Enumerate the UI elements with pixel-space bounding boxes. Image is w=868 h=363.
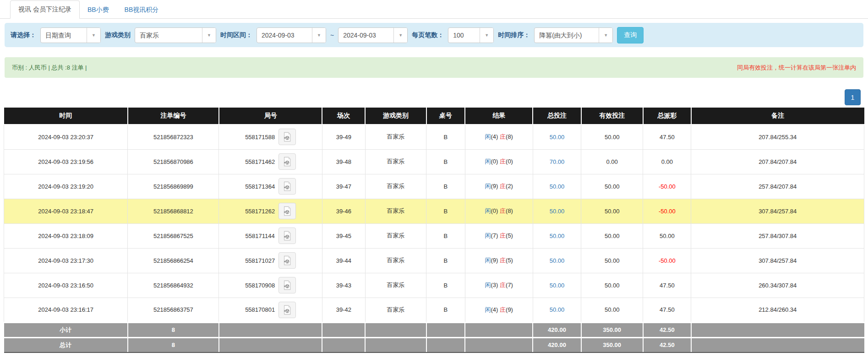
- result-cell: 闲(4) 庄(9): [465, 298, 533, 322]
- game-type-select[interactable]: 百家乐 ▼: [135, 27, 216, 43]
- total-bet-link[interactable]: 50.00: [550, 257, 565, 264]
- video-replay-button[interactable]: [278, 277, 296, 293]
- valid-bet: 50.00: [581, 223, 643, 248]
- result-player-value: (9): [491, 183, 498, 190]
- video-replay-icon: [282, 231, 292, 241]
- bet-time: 2024-09-03 23:16:17: [4, 298, 128, 322]
- summary-total-bet: 420.00: [533, 337, 581, 352]
- total-bet-cell: 50.00: [533, 248, 581, 273]
- round-number: 558171027: [245, 257, 275, 264]
- round-cell: 558171027: [219, 248, 322, 273]
- summary-count: 8: [128, 322, 219, 337]
- bet-time: 2024-09-03 23:16:50: [4, 273, 128, 298]
- total-bet-link[interactable]: 50.00: [550, 134, 565, 141]
- table-number: B: [426, 199, 465, 223]
- summary-label: 总计: [4, 337, 128, 352]
- result-banker-value: (5): [506, 257, 513, 264]
- game-type-cell: 百家乐: [365, 248, 426, 273]
- total-bet-cell: 50.00: [533, 125, 581, 149]
- tab-bb-tips[interactable]: BB小费: [80, 1, 117, 19]
- per-page-label: 每页笔数：: [412, 31, 444, 39]
- table-row: 2024-09-03 23:20:37 521856872323 5581715…: [4, 125, 864, 149]
- query-button[interactable]: 查询: [617, 27, 644, 43]
- result-player: 闲: [485, 183, 491, 190]
- filter-bar: 请选择： 日期查询 ▼ 游戏类别 百家乐 ▼ 时间区间： 2024-09-03 …: [5, 23, 863, 47]
- date-from-select[interactable]: 2024-09-03 ▼: [257, 27, 326, 43]
- page-1-button[interactable]: 1: [845, 89, 861, 105]
- round-number: 558171262: [245, 208, 275, 215]
- payout: -50.00: [643, 248, 691, 273]
- summary-payout: 42.50: [643, 337, 691, 352]
- table-number: B: [426, 125, 465, 149]
- valid-bet: 50.00: [581, 125, 643, 149]
- round-number: 558171144: [246, 233, 275, 239]
- chevron-down-icon: ▼: [599, 28, 612, 43]
- date-to-select[interactable]: 2024-09-03 ▼: [338, 27, 408, 43]
- total-bet-cell: 50.00: [533, 298, 581, 322]
- video-replay-button[interactable]: [278, 228, 296, 244]
- summary-valid-bet: 350.00: [581, 322, 643, 337]
- valid-bet: 50.00: [581, 273, 643, 298]
- result-player-value: (9): [491, 257, 498, 264]
- column-header: 结果: [465, 108, 533, 125]
- payout: 47.50: [643, 298, 691, 322]
- column-header: 总投注: [533, 108, 581, 125]
- result-banker: 庄: [500, 158, 506, 165]
- total-bet-cell: 70.00: [533, 149, 581, 174]
- payout: -50.00: [643, 174, 691, 199]
- payout: 50.00: [643, 223, 691, 248]
- result-banker: 庄: [500, 133, 506, 140]
- info-bar: 币别 : 人民币 | 总共 :8 注单 | 同局有效投注，统一计算在该局第一张注…: [5, 57, 863, 78]
- table-row: 2024-09-03 23:17:30 521856866254 5581710…: [4, 248, 864, 273]
- result-player: 闲: [485, 207, 491, 214]
- total-bet-link[interactable]: 50.00: [550, 208, 565, 215]
- time-sort-select[interactable]: 降冪(由大到小) ▼: [534, 27, 613, 43]
- summary-count: 8: [128, 337, 219, 352]
- note: 307.84/257.84: [691, 248, 864, 273]
- column-header: 有效投注: [581, 108, 643, 125]
- game-type-cell: 百家乐: [365, 199, 426, 223]
- total-bet-link[interactable]: 50.00: [550, 282, 565, 289]
- round-number: 558170801: [245, 306, 275, 313]
- result-cell: 闲(9) 庄(5): [465, 248, 533, 273]
- column-header: 游戏类别: [365, 108, 426, 125]
- bet-number: 521856868812: [128, 199, 219, 223]
- session-number: 39-46: [322, 199, 365, 223]
- video-replay-button[interactable]: [278, 129, 296, 145]
- summary-valid-bet: 350.00: [581, 337, 643, 352]
- per-page-select[interactable]: 100 ▼: [448, 27, 494, 43]
- total-bet-link[interactable]: 50.00: [550, 233, 565, 239]
- note: 212.84/260.34: [691, 298, 864, 322]
- query-type-value: 日期查询: [41, 28, 87, 43]
- total-bet-link[interactable]: 70.00: [550, 158, 565, 165]
- video-replay-button[interactable]: [278, 252, 296, 269]
- result-banker: 庄: [500, 306, 506, 313]
- game-type-cell: 百家乐: [365, 298, 426, 322]
- tab-video-bet-records[interactable]: 视讯 会员下注纪录: [10, 0, 80, 19]
- tab-bb-video-points[interactable]: BB视讯积分: [117, 1, 167, 19]
- table-number: B: [426, 248, 465, 273]
- note: 257.84/307.84: [691, 223, 864, 248]
- table-number: B: [426, 298, 465, 322]
- bet-number: 521856863757: [128, 298, 219, 322]
- result-player: 闲: [485, 133, 491, 140]
- valid-bet: 50.00: [581, 174, 643, 199]
- video-replay-button[interactable]: [278, 203, 296, 219]
- video-replay-button[interactable]: [278, 302, 296, 318]
- query-type-select[interactable]: 日期查询 ▼: [40, 27, 101, 43]
- round-cell: 558171144: [219, 223, 322, 248]
- total-bet-link[interactable]: 50.00: [550, 183, 565, 190]
- video-replay-button[interactable]: [278, 178, 296, 195]
- game-type-cell: 百家乐: [365, 223, 426, 248]
- chevron-down-icon: ▼: [202, 28, 216, 43]
- video-replay-button[interactable]: [278, 153, 296, 170]
- bet-time: 2024-09-03 23:19:56: [4, 149, 128, 174]
- video-replay-icon: [282, 132, 292, 142]
- session-number: 39-44: [322, 248, 365, 273]
- note: 257.84/207.84: [691, 174, 864, 199]
- table-number: B: [426, 149, 465, 174]
- result-player-value: (3): [491, 282, 498, 288]
- video-replay-icon: [282, 255, 292, 265]
- total-bet-link[interactable]: 50.00: [550, 306, 565, 313]
- total-bet-cell: 50.00: [533, 199, 581, 223]
